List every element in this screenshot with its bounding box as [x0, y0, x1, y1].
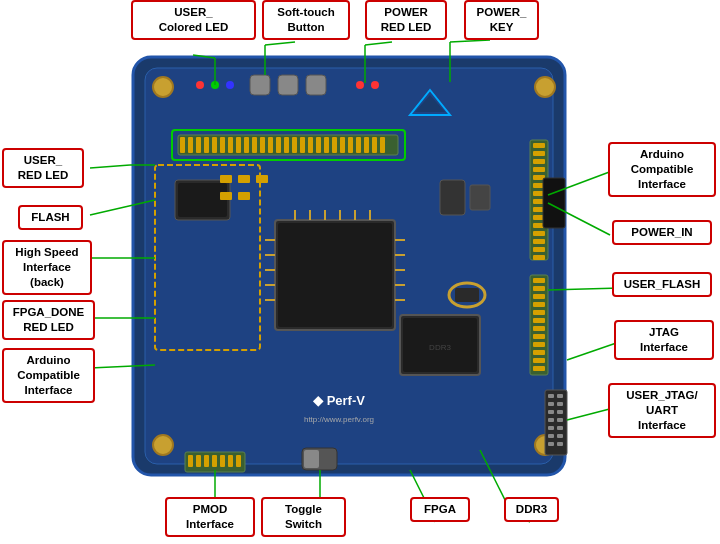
svg-rect-69: [548, 418, 554, 422]
svg-rect-76: [557, 442, 563, 446]
svg-rect-122: [228, 455, 233, 467]
svg-rect-10: [204, 137, 209, 153]
svg-rect-50: [533, 278, 545, 283]
svg-rect-54: [533, 310, 545, 315]
svg-rect-21: [292, 137, 297, 153]
svg-rect-55: [533, 318, 545, 323]
svg-point-115: [371, 81, 379, 89]
svg-rect-58: [533, 342, 545, 347]
svg-rect-34: [533, 143, 545, 148]
label-toggle-switch: ToggleSwitch: [261, 497, 346, 537]
svg-rect-104: [220, 192, 232, 200]
svg-rect-120: [212, 455, 217, 467]
svg-rect-110: [304, 450, 319, 468]
svg-rect-71: [548, 426, 554, 430]
svg-rect-129: [470, 185, 490, 210]
svg-rect-75: [548, 442, 554, 446]
svg-rect-51: [533, 286, 545, 291]
svg-point-114: [356, 81, 364, 89]
svg-rect-19: [276, 137, 281, 153]
svg-text:http://www.perfv.org: http://www.perfv.org: [304, 415, 374, 424]
svg-point-111: [196, 81, 204, 89]
svg-rect-65: [548, 402, 554, 406]
svg-rect-117: [188, 455, 193, 467]
svg-rect-25: [324, 137, 329, 153]
svg-rect-32: [380, 137, 385, 153]
svg-rect-46: [533, 239, 545, 244]
svg-rect-29: [356, 137, 361, 153]
svg-rect-123: [236, 455, 241, 467]
svg-rect-108: [306, 75, 326, 95]
svg-rect-64: [557, 394, 563, 398]
svg-rect-72: [557, 426, 563, 430]
svg-rect-107: [278, 75, 298, 95]
svg-rect-67: [548, 410, 554, 414]
svg-rect-102: [238, 175, 250, 183]
svg-rect-100: [178, 183, 227, 217]
svg-rect-45: [533, 231, 545, 236]
svg-rect-15: [244, 137, 249, 153]
svg-rect-105: [238, 192, 250, 200]
label-fpga-done-red-led: FPGA_DONERED LED: [2, 300, 95, 340]
svg-rect-61: [533, 366, 545, 371]
svg-rect-16: [252, 137, 257, 153]
svg-rect-48: [533, 255, 545, 260]
label-arduino-compatible-right: ArduinoCompatibleInterface: [608, 142, 716, 197]
label-user-red-led: USER_RED LED: [2, 148, 84, 188]
svg-point-2: [153, 77, 173, 97]
svg-rect-74: [557, 434, 563, 438]
svg-rect-127: [455, 288, 479, 302]
svg-rect-28: [348, 137, 353, 153]
label-flash: FLASH: [18, 205, 83, 230]
svg-rect-77: [543, 178, 565, 228]
svg-rect-57: [533, 334, 545, 339]
svg-rect-128: [440, 180, 465, 215]
svg-rect-27: [340, 137, 345, 153]
svg-rect-17: [260, 137, 265, 153]
svg-rect-36: [533, 159, 545, 164]
svg-rect-37: [533, 167, 545, 172]
svg-rect-52: [533, 294, 545, 299]
svg-rect-18: [268, 137, 273, 153]
svg-rect-118: [196, 455, 201, 467]
svg-rect-106: [250, 75, 270, 95]
svg-rect-70: [557, 418, 563, 422]
svg-point-113: [226, 81, 234, 89]
svg-rect-59: [533, 350, 545, 355]
svg-rect-53: [533, 302, 545, 307]
diagram-container: DDR3: [0, 0, 720, 544]
label-user-flash: USER_FLASH: [612, 272, 712, 297]
svg-rect-20: [284, 137, 289, 153]
label-high-speed-interface: High SpeedInterface(back): [2, 240, 92, 295]
label-user-colored-led: USER_Colored LED: [131, 0, 256, 40]
svg-rect-60: [533, 358, 545, 363]
svg-rect-12: [220, 137, 225, 153]
svg-line-139: [365, 42, 392, 45]
svg-rect-26: [332, 137, 337, 153]
label-power-red-led: POWERRED LED: [365, 0, 447, 40]
label-ddr3: DDR3: [504, 497, 559, 522]
svg-rect-101: [220, 175, 232, 183]
svg-rect-103: [256, 175, 268, 183]
svg-point-4: [153, 435, 173, 455]
svg-rect-79: [278, 223, 392, 327]
svg-text:◆ Perf-V: ◆ Perf-V: [312, 393, 365, 408]
svg-rect-66: [557, 402, 563, 406]
label-fpga: FPGA: [410, 497, 470, 522]
svg-point-3: [535, 77, 555, 97]
svg-rect-68: [557, 410, 563, 414]
svg-text:DDR3: DDR3: [429, 343, 451, 352]
svg-rect-23: [308, 137, 313, 153]
label-arduino-compatible-left: ArduinoCompatibleInterface: [2, 348, 95, 403]
svg-rect-11: [212, 137, 217, 153]
svg-rect-35: [533, 151, 545, 156]
label-jtag-interface: JTAGInterface: [614, 320, 714, 360]
svg-rect-14: [236, 137, 241, 153]
svg-rect-9: [196, 137, 201, 153]
label-power-in: POWER_IN: [612, 220, 712, 245]
label-soft-touch-button: Soft-touchButton: [262, 0, 350, 40]
label-power-key: POWER_KEY: [464, 0, 539, 40]
label-user-jtag-uart: USER_JTAG/UARTInterface: [608, 383, 716, 438]
svg-rect-8: [188, 137, 193, 153]
svg-line-143: [90, 165, 130, 168]
